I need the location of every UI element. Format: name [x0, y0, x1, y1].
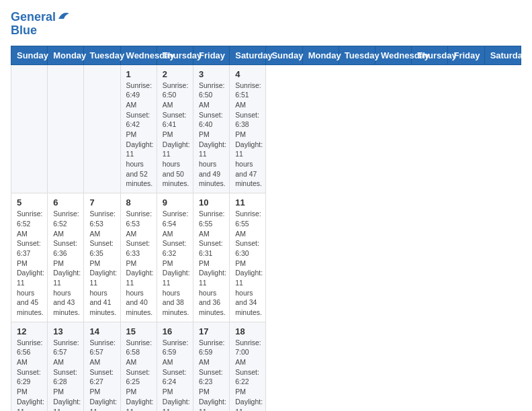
cell-info: Sunrise: 6:57 AM Sunset: 6:28 PM Dayligh… — [53, 338, 78, 411]
cell-info: Sunrise: 6:53 AM Sunset: 6:33 PM Dayligh… — [126, 209, 151, 318]
col-header-thursday: Thursday — [412, 46, 448, 64]
calendar-cell: 13Sunrise: 6:57 AM Sunset: 6:28 PM Dayli… — [48, 322, 84, 411]
page-header: General Blue — [11, 11, 521, 38]
day-number: 16 — [163, 326, 187, 336]
day-number: 5 — [17, 197, 42, 208]
cell-info: Sunrise: 6:57 AM Sunset: 6:27 PM Dayligh… — [89, 338, 114, 411]
calendar-cell: 12Sunrise: 6:56 AM Sunset: 6:29 PM Dayli… — [11, 322, 48, 411]
col-header-wednesday: Wednesday — [375, 46, 412, 64]
calendar-cell: 4Sunrise: 6:51 AM Sunset: 6:38 PM Daylig… — [230, 64, 266, 193]
logo: General Blue — [11, 11, 71, 38]
calendar-cell: 8Sunrise: 6:53 AM Sunset: 6:33 PM Daylig… — [120, 193, 157, 322]
cell-info: Sunrise: 6:59 AM Sunset: 6:24 PM Dayligh… — [163, 338, 187, 411]
day-number: 15 — [126, 326, 151, 336]
day-number: 12 — [17, 326, 42, 336]
cell-info: Sunrise: 6:55 AM Sunset: 6:31 PM Dayligh… — [199, 209, 224, 318]
day-number: 2 — [163, 69, 187, 79]
calendar-cell: 16Sunrise: 6:59 AM Sunset: 6:24 PM Dayli… — [157, 322, 193, 411]
calendar-cell — [48, 64, 84, 193]
day-number: 18 — [235, 326, 260, 336]
day-number: 13 — [53, 326, 78, 336]
calendar-cell: 1Sunrise: 6:49 AM Sunset: 6:42 PM Daylig… — [120, 64, 157, 193]
calendar-cell: 7Sunrise: 6:53 AM Sunset: 6:35 PM Daylig… — [84, 193, 120, 322]
cell-info: Sunrise: 6:49 AM Sunset: 6:42 PM Dayligh… — [126, 81, 151, 189]
calendar-cell: 15Sunrise: 6:58 AM Sunset: 6:25 PM Dayli… — [120, 322, 157, 411]
day-number: 14 — [89, 326, 114, 336]
cell-info: Sunrise: 6:54 AM Sunset: 6:32 PM Dayligh… — [163, 209, 187, 318]
calendar-cell: 10Sunrise: 6:55 AM Sunset: 6:31 PM Dayli… — [193, 193, 230, 322]
col-header-sunday: Sunday — [11, 46, 48, 64]
calendar-cell: 2Sunrise: 6:50 AM Sunset: 6:41 PM Daylig… — [157, 64, 193, 193]
day-number: 9 — [163, 197, 187, 208]
col-header-tuesday: Tuesday — [84, 46, 120, 64]
calendar-cell — [84, 64, 120, 193]
cell-info: Sunrise: 6:55 AM Sunset: 6:30 PM Dayligh… — [235, 209, 260, 318]
col-header-tuesday: Tuesday — [339, 46, 375, 64]
day-number: 17 — [199, 326, 224, 336]
day-number: 10 — [199, 197, 224, 208]
calendar-cell: 6Sunrise: 6:52 AM Sunset: 6:36 PM Daylig… — [48, 193, 84, 322]
header-row: SundayMondayTuesdayWednesdayThursdayFrid… — [11, 46, 521, 64]
week-row-1: 1Sunrise: 6:49 AM Sunset: 6:42 PM Daylig… — [11, 64, 521, 193]
cell-info: Sunrise: 7:00 AM Sunset: 6:22 PM Dayligh… — [235, 338, 260, 411]
calendar-cell: 14Sunrise: 6:57 AM Sunset: 6:27 PM Dayli… — [84, 322, 120, 411]
col-header-monday: Monday — [48, 46, 84, 64]
cell-info: Sunrise: 6:52 AM Sunset: 6:37 PM Dayligh… — [17, 209, 42, 318]
cell-info: Sunrise: 6:50 AM Sunset: 6:41 PM Dayligh… — [163, 81, 187, 189]
day-number: 11 — [235, 197, 260, 208]
cell-info: Sunrise: 6:51 AM Sunset: 6:38 PM Dayligh… — [235, 81, 260, 189]
day-number: 4 — [235, 69, 260, 79]
col-header-sunday: Sunday — [266, 46, 302, 64]
col-header-friday: Friday — [193, 46, 230, 64]
week-row-3: 12Sunrise: 6:56 AM Sunset: 6:29 PM Dayli… — [11, 322, 521, 411]
col-header-saturday: Saturday — [230, 46, 266, 64]
day-number: 3 — [199, 69, 224, 79]
calendar-cell: 5Sunrise: 6:52 AM Sunset: 6:37 PM Daylig… — [11, 193, 48, 322]
cell-info: Sunrise: 6:59 AM Sunset: 6:23 PM Dayligh… — [199, 338, 224, 411]
day-number: 8 — [126, 197, 151, 208]
col-header-friday: Friday — [448, 46, 484, 64]
calendar-cell: 17Sunrise: 6:59 AM Sunset: 6:23 PM Dayli… — [193, 322, 230, 411]
logo-text-blue: Blue — [11, 24, 37, 38]
logo-text-general: General — [11, 11, 56, 24]
logo-bird-icon — [57, 9, 71, 23]
cell-info: Sunrise: 6:52 AM Sunset: 6:36 PM Dayligh… — [53, 209, 78, 318]
calendar-cell: 11Sunrise: 6:55 AM Sunset: 6:30 PM Dayli… — [230, 193, 266, 322]
col-header-wednesday: Wednesday — [120, 46, 157, 64]
col-header-saturday: Saturday — [484, 46, 521, 64]
calendar-cell: 18Sunrise: 7:00 AM Sunset: 6:22 PM Dayli… — [230, 322, 266, 411]
week-row-2: 5Sunrise: 6:52 AM Sunset: 6:37 PM Daylig… — [11, 193, 521, 322]
day-number: 1 — [126, 69, 151, 79]
col-header-monday: Monday — [302, 46, 339, 64]
day-number: 6 — [53, 197, 78, 208]
cell-info: Sunrise: 6:58 AM Sunset: 6:25 PM Dayligh… — [126, 338, 151, 411]
calendar-table: SundayMondayTuesdayWednesdayThursdayFrid… — [11, 46, 521, 411]
cell-info: Sunrise: 6:53 AM Sunset: 6:35 PM Dayligh… — [89, 209, 114, 318]
cell-info: Sunrise: 6:56 AM Sunset: 6:29 PM Dayligh… — [17, 338, 42, 411]
calendar-cell — [11, 64, 48, 193]
cell-info: Sunrise: 6:50 AM Sunset: 6:40 PM Dayligh… — [199, 81, 224, 189]
day-number: 7 — [89, 197, 114, 208]
col-header-thursday: Thursday — [157, 46, 193, 64]
calendar-cell: 3Sunrise: 6:50 AM Sunset: 6:40 PM Daylig… — [193, 64, 230, 193]
calendar-cell: 9Sunrise: 6:54 AM Sunset: 6:32 PM Daylig… — [157, 193, 193, 322]
